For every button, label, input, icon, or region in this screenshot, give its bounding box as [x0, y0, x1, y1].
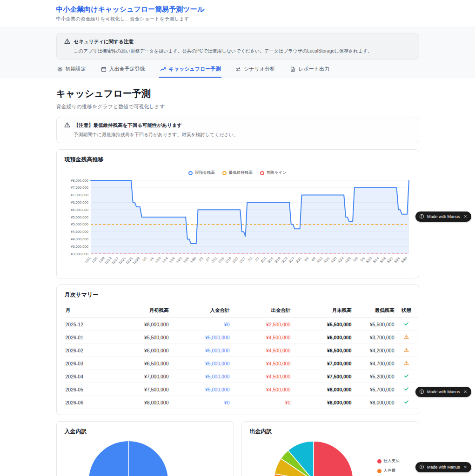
svg-text:4/20: 4/20: [330, 256, 337, 264]
tab-label: 初期設定: [66, 66, 86, 73]
cell-minimum: ¥4,700,000: [353, 357, 395, 370]
cell-outflow: ¥4,500,000: [231, 331, 292, 344]
svg-text:4/24: 4/24: [337, 256, 344, 264]
made-with-manus-badge[interactable]: Made with Manus ✕: [415, 212, 471, 222]
tab-bar: 初期設定入出金予定登録キャッシュフロー予測シナリオ分析レポート出力: [56, 64, 419, 78]
cell-month: 2026-02: [65, 344, 109, 357]
pie-legend-item[interactable]: 人件費: [377, 468, 411, 474]
cell-status: [395, 383, 418, 396]
svg-text:2/19: 2/19: [224, 256, 232, 264]
cell-inflow: ¥0: [170, 396, 231, 409]
cell-outflow: ¥4,500,000: [231, 383, 292, 396]
cell-opening: ¥7,500,000: [109, 383, 170, 396]
cell-closing: ¥7,500,000: [292, 370, 353, 383]
made-with-manus-badge[interactable]: Made with Manus ✕: [415, 462, 471, 472]
monthly-summary-table: 月月初残高入金合計出金合計月末残高最低残高状態 2025-12¥8,000,00…: [65, 304, 418, 409]
svg-text:12/13: 12/13: [103, 256, 112, 265]
secondary-band: セキュリティに関する注意 このアプリは機密性の高い財務データを扱います。公共のP…: [0, 27, 475, 78]
cell-minimum: ¥8,000,000: [353, 396, 395, 409]
legend-label: 仕入支払: [384, 458, 400, 464]
legend-marker: [188, 171, 193, 175]
cell-closing: ¥8,000,000: [292, 383, 353, 396]
legend-label: 危険ライン: [267, 170, 287, 176]
cell-status: [395, 344, 418, 357]
app-root: 中小企業向けキャッシュフロー簡易予測ツール 中小企業の資金繰りを可視化し、資金シ…: [0, 0, 475, 476]
column-header-month: 月: [65, 304, 109, 318]
close-icon[interactable]: ✕: [463, 390, 467, 394]
status-warning-icon: [404, 335, 409, 340]
table-row: 2026-02¥6,000,000¥5,000,000¥4,500,000¥6,…: [65, 344, 418, 357]
app-subtitle: 中小企業の資金繰りを可視化し、資金ショートを予測します: [56, 16, 419, 22]
outflow-pie-chart-svg: [272, 439, 355, 476]
cell-minimum: ¥5,500,000: [353, 318, 395, 331]
svg-text:¥7,500,000: ¥7,500,000: [70, 185, 88, 190]
status-ok-icon: [404, 387, 409, 392]
tab-シナリオ分析[interactable]: シナリオ分析: [234, 64, 276, 78]
svg-text:2/7: 2/7: [204, 256, 210, 262]
svg-text:3/11: 3/11: [260, 256, 267, 264]
legend-label: 現預金残高: [195, 170, 215, 176]
manus-logo-icon: [419, 214, 424, 220]
tab-label: キャッシュフロー予測: [169, 66, 221, 73]
svg-text:12/25: 12/25: [125, 256, 134, 265]
column-header-status: 状態: [395, 304, 418, 318]
chart-legend-item[interactable]: 最低維持残高: [222, 170, 253, 176]
tab-入出金予定登録[interactable]: 入出金予定登録: [100, 64, 146, 78]
cell-closing: ¥6,500,000: [292, 344, 353, 357]
warning-triangle-icon: [64, 121, 70, 130]
svg-text:4/28: 4/28: [344, 256, 351, 264]
balance-chart-card: 現預金残高推移 現預金残高最低維持残高危険ライン ¥3,000,000¥3,50…: [56, 149, 419, 278]
column-header-inflow: 入金合計: [170, 304, 231, 318]
cell-outflow: ¥4,500,000: [231, 357, 292, 370]
svg-text:¥4,000,000: ¥4,000,000: [70, 237, 88, 241]
table-header-row: 月月初残高入金合計出金合計月末残高最低残高状態: [65, 304, 418, 318]
outflow-breakdown-card: 出金内訳 仕入支払人件費家賃光熱費ローン返済: [241, 421, 419, 476]
svg-text:3/3: 3/3: [247, 256, 253, 262]
table-row: 2026-03¥6,500,000¥5,000,000¥4,500,000¥7,…: [65, 357, 418, 370]
close-icon[interactable]: ✕: [463, 214, 467, 219]
svg-text:3/23: 3/23: [281, 256, 288, 264]
svg-text:5/14: 5/14: [372, 256, 379, 264]
pie-legend-item[interactable]: 仕入支払: [377, 458, 411, 464]
income-pie-chart: [65, 439, 192, 476]
tab-レポート出力[interactable]: レポート出力: [289, 64, 330, 78]
svg-text:2/3: 2/3: [197, 256, 203, 262]
chart-legend-item[interactable]: 危険ライン: [260, 170, 287, 176]
status-ok-icon: [404, 400, 409, 405]
alert-title: 【注意】最低維持残高を下回る可能性があります: [74, 122, 182, 129]
monthly-summary-title: 月次サマリー: [65, 291, 411, 299]
svg-text:1/6: 1/6: [148, 256, 154, 262]
page-subtitle: 資金繰りの推移をグラフと数値で可視化します: [56, 103, 419, 110]
gear-icon: [57, 66, 63, 72]
legend-label: 最低維持残高: [229, 170, 253, 176]
cell-opening: ¥8,000,000: [109, 318, 170, 331]
trend-icon: [160, 66, 166, 72]
cell-opening: ¥7,000,000: [109, 370, 170, 383]
close-icon[interactable]: ✕: [463, 465, 467, 469]
column-header-closing: 月末残高: [292, 304, 353, 318]
cell-outflow: ¥4,500,000: [231, 344, 292, 357]
tab-初期設定[interactable]: 初期設定: [56, 64, 87, 78]
manus-logo-icon: [419, 464, 424, 470]
balance-chart-title: 現預金残高推移: [65, 156, 411, 164]
legend-marker: [222, 171, 227, 175]
column-header-outflow: 出金合計: [231, 304, 292, 318]
cell-inflow: ¥5,000,000: [170, 331, 231, 344]
cell-closing: ¥7,000,000: [292, 357, 353, 370]
made-with-manus-badge[interactable]: Made with Manus ✕: [415, 387, 471, 397]
tab-キャッシュフロー予測[interactable]: キャッシュフロー予測: [159, 64, 222, 78]
manus-badge-label: Made with Manus: [427, 465, 460, 469]
balance-chart-legend: 現預金残高最低維持残高危険ライン: [65, 170, 411, 176]
table-row: 2026-06¥8,000,000¥0¥0¥8,000,000¥8,000,00…: [65, 396, 418, 409]
svg-text:5/26: 5/26: [393, 256, 401, 264]
svg-text:12/5: 12/5: [91, 256, 98, 264]
cell-month: 2026-06: [65, 396, 109, 409]
svg-text:1/10: 1/10: [154, 256, 161, 264]
svg-text:4/8: 4/8: [310, 256, 316, 262]
chart-legend-item[interactable]: 現預金残高: [188, 170, 215, 176]
main-content: キャッシュフロー予測 資金繰りの推移をグラフと数値で可視化します 【注意】最低維…: [56, 78, 419, 476]
svg-text:2/27: 2/27: [238, 256, 246, 264]
svg-text:2/23: 2/23: [231, 256, 239, 264]
status-ok-icon: [404, 374, 409, 379]
income-breakdown-card: 入金内訳 売上入金: [56, 421, 234, 476]
